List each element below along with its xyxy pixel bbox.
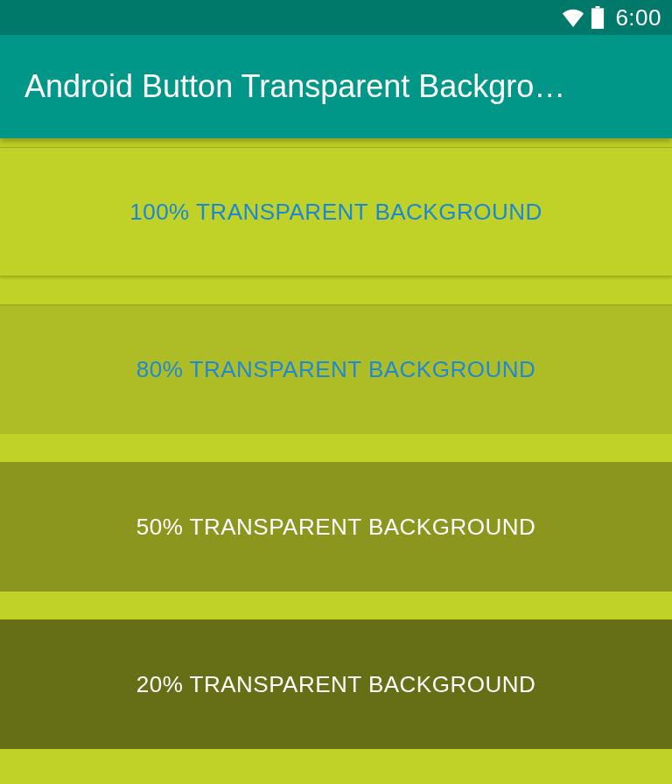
status-clock: 6:00 (615, 4, 662, 32)
app-bar: Android Button Transparent Backgro… (0, 35, 672, 138)
content-area: 100% TRANSPARENT BACKGROUND 80% TRANSPAR… (0, 138, 672, 749)
status-bar: 6:00 (0, 0, 672, 35)
svg-rect-1 (592, 8, 604, 29)
app-title: Android Button Transparent Backgro… (24, 68, 565, 105)
transparent-100-button[interactable]: 100% TRANSPARENT BACKGROUND (0, 147, 672, 276)
svg-rect-0 (596, 6, 600, 8)
transparent-50-button[interactable]: 50% TRANSPARENT BACKGROUND (0, 462, 672, 592)
status-icons: 6:00 (561, 4, 662, 32)
button-label: 100% TRANSPARENT BACKGROUND (130, 199, 542, 226)
transparent-20-button[interactable]: 20% TRANSPARENT BACKGROUND (0, 620, 672, 749)
button-label: 50% TRANSPARENT BACKGROUND (136, 514, 536, 541)
transparent-80-button[interactable]: 80% TRANSPARENT BACKGROUND (0, 304, 672, 434)
wifi-icon (561, 8, 585, 27)
button-label: 20% TRANSPARENT BACKGROUND (136, 671, 536, 698)
button-label: 80% TRANSPARENT BACKGROUND (136, 356, 536, 383)
battery-icon (591, 6, 605, 29)
